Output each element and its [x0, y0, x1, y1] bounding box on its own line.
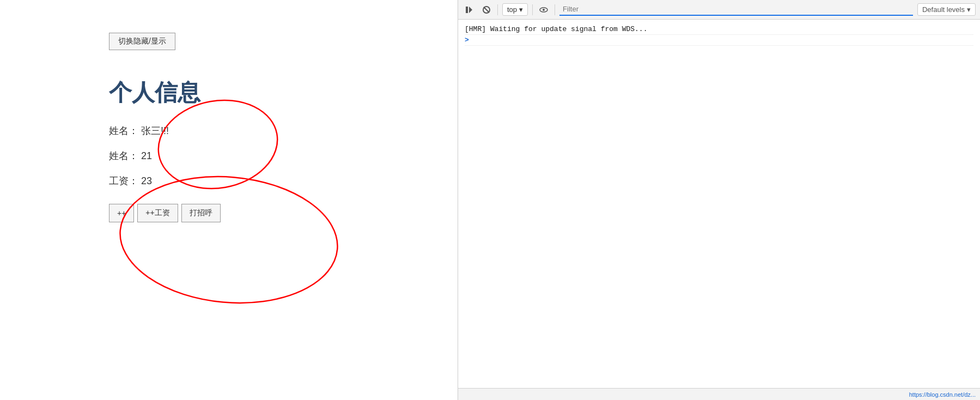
- toolbar-separator-2: [532, 4, 533, 15]
- default-levels-label: Default levels: [922, 5, 965, 14]
- context-selector[interactable]: top ▾: [502, 3, 528, 16]
- status-url: https://blog.csdn.net/dz...: [909, 391, 976, 398]
- name-value: 张三!!!: [141, 125, 169, 136]
- devtools-toolbar: top ▾ Default levels ▾: [458, 0, 980, 20]
- age-value: 21: [141, 150, 152, 161]
- status-bar: https://blog.csdn.net/dz...: [458, 388, 980, 400]
- context-label: top: [507, 5, 517, 14]
- svg-marker-3: [469, 7, 472, 13]
- info-row-name: 姓名： 张三!!!: [109, 124, 458, 137]
- info-row-age: 姓名： 21: [109, 149, 458, 162]
- toolbar-separator-3: [555, 4, 555, 15]
- run-icon: [465, 5, 473, 14]
- filter-input[interactable]: [559, 4, 913, 16]
- console-content: [HMR] Waiting for update signal from WDS…: [458, 20, 980, 388]
- action-buttons: ++ ++工资 打招呼: [109, 204, 458, 222]
- app-panel: 切换隐藏/显示 个人信息 姓名： 张三!!! 姓名： 21 工资： 23 ++ …: [0, 0, 458, 400]
- name-label: 姓名：: [109, 125, 138, 136]
- default-levels-selector[interactable]: Default levels ▾: [917, 3, 976, 16]
- toolbar-separator: [497, 4, 498, 15]
- salary-value: 23: [141, 175, 152, 186]
- chevron-down-icon: ▾: [519, 5, 523, 14]
- svg-line-5: [484, 7, 489, 13]
- console-line-hmr: [HMR] Waiting for update signal from WDS…: [465, 24, 973, 35]
- eye-icon: [539, 5, 548, 14]
- run-button[interactable]: [462, 3, 476, 16]
- devtools-panel: top ▾ Default levels ▾ [HMR] Waiting for…: [458, 0, 980, 400]
- svg-rect-2: [466, 7, 468, 13]
- console-prompt-symbol[interactable]: >: [465, 36, 469, 44]
- age-label: 姓名：: [109, 150, 138, 161]
- svg-point-1: [115, 168, 343, 312]
- increment-salary-button[interactable]: ++工资: [137, 204, 178, 222]
- svg-point-7: [543, 9, 545, 11]
- block-icon: [482, 5, 491, 14]
- section-title: 个人信息: [109, 77, 458, 108]
- salary-label: 工资：: [109, 175, 138, 186]
- info-row-salary: 工资： 23: [109, 174, 458, 187]
- console-prompt-line[interactable]: >: [465, 35, 973, 46]
- chevron-down-icon-levels: ▾: [967, 5, 971, 14]
- increment-button[interactable]: ++: [109, 204, 134, 222]
- greet-button[interactable]: 打招呼: [181, 204, 221, 222]
- toggle-button[interactable]: 切换隐藏/显示: [109, 33, 175, 50]
- watch-button[interactable]: [537, 3, 550, 16]
- console-text-hmr: [HMR] Waiting for update signal from WDS…: [465, 25, 647, 33]
- block-button[interactable]: [480, 3, 493, 16]
- annotation-overlay: [0, 0, 458, 400]
